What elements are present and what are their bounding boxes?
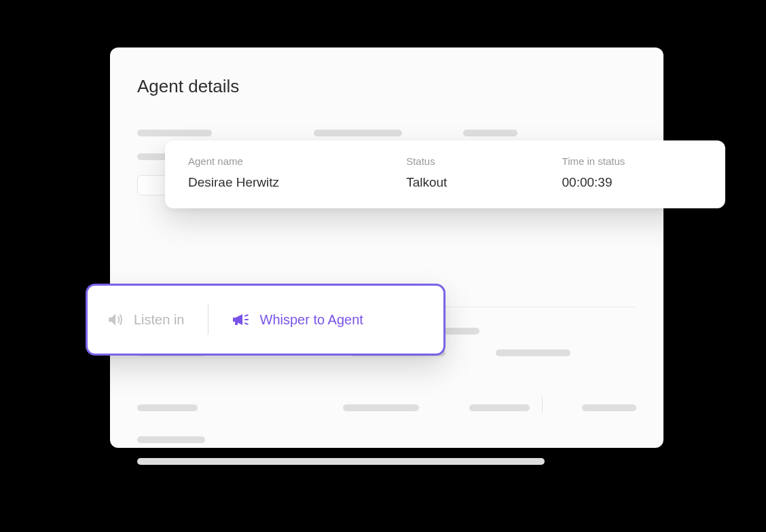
svg-rect-2 <box>244 314 248 317</box>
skeleton-bar <box>463 130 517 136</box>
skeleton-bar <box>137 130 212 136</box>
skeleton-bar <box>137 436 205 443</box>
svg-rect-3 <box>244 322 248 325</box>
status-value: Talkout <box>406 175 562 190</box>
svg-rect-1 <box>244 319 249 320</box>
whisper-to-agent-button[interactable]: Whisper to Agent <box>232 311 363 328</box>
listen-in-label: Listen in <box>134 312 185 328</box>
listen-in-button[interactable]: Listen in <box>107 311 185 328</box>
time-in-status-label: Time in status <box>562 155 702 167</box>
skeleton-bar <box>314 130 402 136</box>
status-label: Status <box>406 155 562 167</box>
status-column-agent-name: Agent name Desirae Herwitz <box>188 155 406 195</box>
skeleton-bar <box>582 404 636 411</box>
agent-status-card: Agent name Desirae Herwitz Status Talkou… <box>165 140 725 208</box>
skeleton-row <box>137 400 636 416</box>
call-action-card: Listen in Whisper to Agent <box>86 284 445 356</box>
whisper-to-agent-label: Whisper to Agent <box>260 312 363 328</box>
time-in-status-value: 00:00:39 <box>562 175 702 190</box>
agent-name-value: Desirae Herwitz <box>188 175 406 190</box>
skeleton-bar <box>469 404 530 411</box>
agent-name-label: Agent name <box>188 155 406 167</box>
svg-rect-0 <box>235 322 238 325</box>
skeleton-row <box>137 130 636 136</box>
skeleton-bar <box>137 458 545 465</box>
status-column-status: Status Talkout <box>406 155 562 195</box>
status-column-time: Time in status 00:00:39 <box>562 155 702 195</box>
skeleton-bar <box>137 404 198 411</box>
vertical-divider <box>208 305 208 335</box>
agent-details-panel: Agent details <box>110 48 663 448</box>
panel-title: Agent details <box>137 76 636 97</box>
speaker-icon <box>107 311 124 328</box>
megaphone-icon <box>232 311 251 328</box>
vertical-separator <box>542 396 543 413</box>
skeleton-bar <box>496 349 570 356</box>
skeleton-bar <box>343 404 418 411</box>
